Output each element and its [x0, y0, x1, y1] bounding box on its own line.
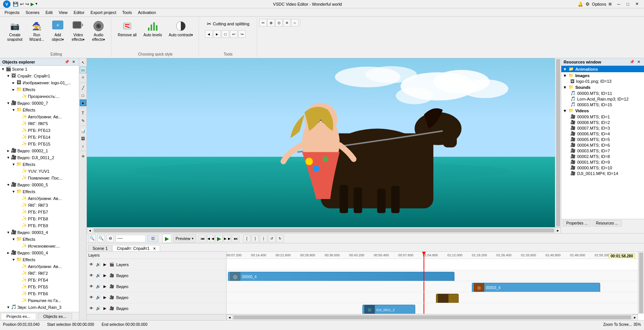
timeline-vscroll[interactable] — [638, 252, 644, 314]
cutting-splitting-button[interactable]: ✂ Cutting and splitting — [205, 20, 251, 28]
tree-item[interactable]: ✨РГБ: РГБ13 — [0, 127, 79, 134]
tree-item[interactable]: ✨РГБ: РГБ7 — [0, 209, 79, 215]
tree-item[interactable]: ►🎥Видео: 00002_1 — [0, 147, 79, 154]
tree-item[interactable]: ✨АвтоУровни: Ав... — [0, 195, 79, 202]
track-expand-icon[interactable]: ▶ — [102, 262, 108, 268]
res-item[interactable]: 🖼logo-01.png; ID=13 — [561, 79, 644, 84]
res-category-images[interactable]: ▼📁Images — [561, 72, 644, 79]
timeline-hscroll-right[interactable]: ► — [632, 315, 638, 321]
tree-item[interactable]: ✨Исчезновение:... — [0, 243, 79, 249]
zoom-in-button[interactable]: 🔍 — [97, 235, 105, 242]
tree-item[interactable]: ▼🎥Видео: 00003_4 — [0, 229, 79, 236]
timeline-hscroll[interactable]: ◄ ► — [87, 314, 638, 320]
minimize-button[interactable]: ─ — [615, 0, 623, 8]
tree-item[interactable]: ▼📁Effects — [0, 188, 79, 195]
track-audio-icon-2[interactable]: 🔊 — [95, 284, 101, 290]
tree-item[interactable]: ✨Прозрачность:... — [0, 93, 79, 100]
play-button[interactable]: ▶ — [162, 234, 171, 243]
tree-item[interactable]: ►📁Effects — [0, 86, 79, 93]
projects-tab[interactable]: Projects ex... — [1, 313, 36, 319]
clip-00003_4[interactable]: 00003_4 — [472, 283, 600, 292]
res-item[interactable]: 🎥00007.MTS; ID=3 — [561, 125, 644, 131]
tree-item[interactable]: ✨ЯКГ: ЯКГ5 — [0, 120, 79, 127]
cut-redo[interactable]: ↪ — [238, 30, 246, 38]
marker-out-button[interactable]: ] — [251, 235, 259, 242]
run-wizard-button[interactable]: 🧙 RunWizard... — [27, 18, 47, 44]
tree-item[interactable]: ▼🎬Scene 1 — [0, 66, 79, 73]
res-item[interactable]: 🎥00009.MTS; ID=1 — [561, 114, 644, 119]
res-item[interactable]: 🎥00005.MTS; ID=5 — [561, 136, 644, 142]
track-visible-icon[interactable]: 👁 — [88, 262, 94, 268]
tree-item[interactable]: ✨РГБ: РГБ9 — [0, 222, 79, 229]
track-type-icon-2[interactable]: 🎥 — [109, 284, 115, 290]
cut-arrow-right[interactable]: ► — [213, 30, 221, 38]
ltb-select[interactable]: ▭ — [80, 67, 86, 73]
undo-icon[interactable]: ↩ — [20, 2, 24, 7]
tb-circle[interactable]: ○ — [291, 19, 299, 26]
res-category-sounds[interactable]: ▼📁Sounds — [561, 84, 644, 90]
preview-hscroll[interactable]: ◄ ► — [87, 227, 561, 233]
track-visible-icon-4[interactable]: 👁 — [88, 305, 94, 311]
hscroll-left[interactable]: ◄ — [87, 228, 93, 234]
tree-item[interactable]: ▼📁Effects — [0, 161, 79, 168]
track-type-icon-1[interactable]: 🎥 — [109, 273, 115, 279]
ltb-pen[interactable]: ✎ — [80, 117, 86, 124]
menu-item-export-project[interactable]: Export project — [88, 8, 119, 17]
clip-00000_4[interactable]: 00000_4 — [228, 272, 454, 281]
ltb-music[interactable]: ♪ — [80, 143, 86, 149]
res-category-animations[interactable]: ▼📁Animations — [561, 66, 644, 72]
loop-sel-button[interactable]: ↻ — [276, 235, 284, 242]
track-type-icon-4[interactable]: 🎥 — [109, 305, 115, 311]
res-item[interactable]: 🎵00000.MTS; ID=11 — [561, 90, 644, 96]
hscroll-right[interactable]: ► — [555, 228, 561, 234]
properties-tab-btn[interactable]: Properties ... — [563, 220, 591, 226]
res-item[interactable]: 🎥00004.MTS; ID=6 — [561, 142, 644, 148]
tree-item[interactable]: ►🎥Видео: 00000_4 — [0, 249, 79, 256]
res-item[interactable]: 🎥DJI_0011.MP4; ID=14 — [561, 170, 644, 176]
tree-item[interactable]: ▼🖼Спрайт: Спрайт1 — [0, 73, 79, 79]
menu-item-view[interactable]: View — [55, 8, 71, 17]
preview-vscroll[interactable] — [555, 58, 561, 227]
res-item[interactable]: 🎥00006.MTS; ID=4 — [561, 131, 644, 136]
tree-item[interactable]: ▼📁Effects — [0, 107, 79, 113]
zoom-minus-button[interactable]: ⊖ — [106, 235, 114, 242]
resources-tab-btn[interactable]: Resources ... — [593, 220, 622, 226]
preview-dropdown-button[interactable]: Preview ▾ — [173, 234, 196, 243]
ltb-line[interactable]: ╱ — [80, 84, 86, 91]
track-visible-icon-1[interactable]: 👁 — [88, 273, 94, 279]
sprite-tab-close[interactable]: ✕ — [153, 246, 156, 251]
ltb-rect[interactable]: □ — [80, 92, 86, 99]
tree-item[interactable]: ✨ЯКГ: ЯКГ3 — [0, 202, 79, 209]
video-effects-button[interactable]: Videoeffects▾ — [69, 18, 88, 44]
tb-paste[interactable]: ⊙ — [275, 19, 283, 26]
tb-copy[interactable]: ⊕ — [267, 19, 275, 26]
track-visible-icon-3[interactable]: 👁 — [88, 294, 94, 301]
track-expand-icon-2[interactable]: ▶ — [102, 284, 108, 290]
marker-in-button[interactable]: [ — [243, 235, 251, 242]
res-item[interactable]: 🎵00003.MTS; ID=15 — [561, 102, 644, 107]
add-object-button[interactable]: + Addobject▾ — [48, 18, 67, 44]
tree-item[interactable]: ✨РГБ: РГБ15 — [0, 141, 79, 147]
auto-contrast-button[interactable]: Auto contrast▾ — [166, 18, 196, 39]
skip-end-button[interactable]: ⏭ — [232, 235, 239, 242]
sprite-tab[interactable]: Спрайт: Спрайт1 ✕ — [112, 245, 160, 251]
loop-button[interactable]: ↺ — [268, 235, 276, 242]
tree-item[interactable]: ✨РГБ: РГБ8 — [0, 215, 79, 222]
play-icon[interactable]: ▶ — [31, 2, 34, 7]
track-expand-icon-1[interactable]: ▶ — [102, 273, 108, 279]
objects-tab[interactable]: Objects ex... — [38, 313, 72, 319]
tree-item[interactable]: ▼📁Effects — [0, 256, 79, 263]
tree-item[interactable]: ▼🎥Видео: 00000_5 — [0, 181, 79, 188]
menu-item-editor[interactable]: Editor — [71, 8, 88, 17]
tree-item[interactable]: ✨ЯКГ: ЯКГ2 — [0, 270, 79, 277]
track-lock-icon[interactable]: 🔊 — [95, 262, 101, 268]
track-type-icon-3[interactable]: 🎥 — [109, 294, 115, 301]
res-category-videos[interactable]: ▼📁Videos — [561, 107, 644, 114]
panel-pin-button[interactable]: 📌 — [64, 59, 70, 65]
menu-item-activation[interactable]: Activation — [135, 8, 159, 17]
ltb-crop[interactable]: ⌗ — [80, 74, 86, 81]
split-button[interactable]: | — [260, 235, 267, 242]
track-expand-icon-4[interactable]: ▶ — [102, 305, 108, 311]
clip-dji-0011_2[interactable]: DJI_0011_2 — [362, 305, 415, 314]
tree-item[interactable]: ✨Разнытие по Га... — [0, 297, 79, 304]
